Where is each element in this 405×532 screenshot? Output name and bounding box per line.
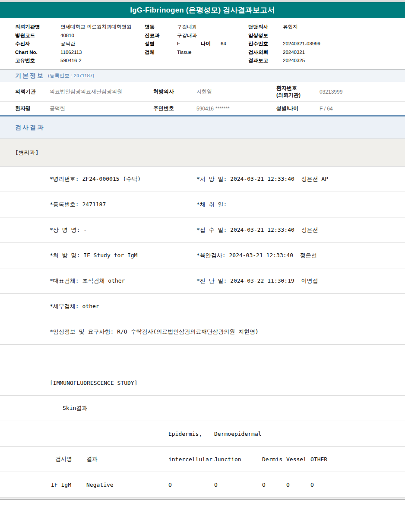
field-label: 접수번호 [248,40,283,48]
report-title-bar: IgG-Fibrinogen (은평성모) 검사결과보고서 [0,2,405,18]
info-label: 환자명 [15,105,50,112]
info-label: 주민번호 [153,105,196,112]
patient-header-middle: 병동구강내과 진료과구강내과 성별F나이64 검체Tissue [145,23,226,57]
info-value: 공덕란 [50,105,153,112]
field-value: F [177,40,201,48]
detail-left: *임상정보 및 요구사항: R/O 수탁검사(의료법인삼광의료재단삼광의원-지현… [50,328,259,336]
field-label: 검체 [145,48,177,57]
if-table-column-header: OTHER [310,456,327,463]
field-label: Chart No. [15,48,60,57]
header-row: Chart No.11062113 [15,48,131,57]
if-table-column-header: Vessel [286,456,307,463]
if-table-group-header: Epidermis, [168,431,202,437]
field-value: Tissue [177,50,191,55]
header-row: 진료과구강내과 [145,31,226,40]
basic-info-row: 의뢰기관 의료법인삼광의료재단삼광의원 처방의사 지현영 환자번호 (의뢰기관)… [0,82,405,102]
field-label: 담당의사 [248,23,283,31]
field-label: 병동 [145,23,177,31]
field-label: 결과보고 [248,57,283,65]
section-title: 기본정보 [15,72,44,80]
header-row: 임상정보 [248,31,320,40]
patient-header: 의뢰기관명연세대학교 의료원치과대학병원 병원코드40810 수진자공덕란 Ch… [0,18,405,69]
field-value: 구강내과 [177,33,197,38]
field-label: 성별 [145,40,177,48]
detail-row: *처 방 명: IF Study for IgM *육안검사: 2024-03-… [0,243,405,268]
header-row: 병동구강내과 [145,23,226,31]
field-label: 고유번호 [15,57,60,65]
detail-left: *세부검체: other [50,302,99,310]
header-row: 병원코드40810 [15,31,131,40]
field-value: 20240321-03999 [283,41,320,46]
if-table-data-row: IF IgM Negative O O O O O [0,472,405,497]
info-label: 성별/나이 [276,105,320,112]
info-value: F / 64 [320,106,405,112]
detail-row: *병리번호: ZF24-000015 (수탁) *처 방 일: 2024-03-… [0,167,405,192]
if-table-cell-result: Negative [86,482,114,488]
field-label: 의뢰기관명 [15,23,60,31]
field-value: 구강내과 [177,24,197,29]
header-row: 성별F나이64 [145,40,226,48]
if-table-group-header-row: Epidermis, Dermoepidermal [0,421,405,447]
field-label: 검사의뢰 [248,48,283,57]
detail-left: *상 병 명: - [50,226,87,234]
detail-right: *처 방 일: 2024-03-21 12:33:40 정은선 AP [196,175,328,183]
field-label: 진료과 [145,31,177,40]
registration-number: (등록번호 : 2471187) [48,72,94,79]
field-label: 병원코드 [15,31,60,40]
if-table-column-header: Dermis [262,456,282,463]
info-label: 의뢰기관 [15,88,50,95]
detail-row: *대표검체: 조직검체 other *진 단 일: 2024-03-22 11:… [0,268,405,294]
detail-left: *대표검체: 조직검체 other [50,277,125,285]
study-title: [IMMUNOFLUORESCENCE STUDY] [50,380,138,386]
field-value: 40810 [60,33,74,38]
detail-row: *임상정보 및 요구사항: R/O 수탁검사(의료법인삼광의료재단삼광의원-지현… [0,319,405,345]
detail-row: *등록번호: 2471187 *채 취 일: [0,192,405,217]
bottom-divider [0,497,405,500]
header-row: 수진자공덕란 [15,40,131,48]
if-table-column-header: Junction [214,456,241,463]
study-title-row: [IMMUNOFLUORESCENCE STUDY] [0,370,405,396]
department-label: [병리과] [15,149,39,157]
header-row: 담당의사유현지 [248,23,320,31]
if-table-cell: O [168,482,172,488]
field-label: 수진자 [15,40,60,48]
header-row: 결과보고20240325 [248,57,320,65]
skin-result-title: Skin결과 [63,404,87,412]
header-row: 검사의뢰20240321 [248,48,320,57]
info-value: 의료법인삼광의료재단삼광의원 [50,88,153,95]
info-label: 환자번호 (의뢰기관) [276,85,320,98]
detail-row-empty [0,345,405,370]
detail-left: *병리번호: ZF24-000015 (수탁) [50,175,141,183]
field-value: 유현지 [283,24,298,29]
detail-row: *상 병 명: - *접 수 일: 2024-03-21 12:33:40 정은… [0,217,405,243]
field-label: 임상정보 [248,31,283,40]
if-table-cell-test-name: IF IgM [51,482,71,488]
header-row: 고유번호590416-2 [15,57,131,65]
field-value: 11062113 [60,50,82,55]
field-label: 나이 [201,40,221,48]
header-row: 의뢰기관명연세대학교 의료원치과대학병원 [15,23,131,31]
department-band: [병리과] [0,139,405,167]
field-value: 공덕란 [60,41,76,46]
detail-right: *채 취 일: [196,201,227,208]
if-table-column-header: 결과 [86,455,98,463]
report-title: IgG-Fibrinogen (은평성모) 검사결과보고서 [130,5,275,15]
skin-result-row: Skin결과 [0,396,405,421]
header-row: 접수번호20240321-03999 [248,40,320,48]
detail-left: *처 방 명: IF Study for IgM [50,252,137,259]
field-value: 590416-2 [60,58,82,63]
detail-right: *진 단 일: 2024-03-22 11:30:19 이영섭 [196,277,318,285]
detail-left: *등록번호: 2471187 [50,201,106,208]
detail-right: *접 수 일: 2024-03-21 12:33:40 정은선 [196,226,318,234]
info-value: 03213999 [320,89,405,95]
section-basic-info-header: 기본정보 (등록번호 : 2471187) [0,69,405,82]
if-table-column-header-row: 검사명 결과 intercellular Junction Dermis Ves… [0,447,405,472]
if-table-cell: O [310,482,314,488]
info-value: 590416-******* [196,106,276,112]
basic-info-row: 환자명 공덕란 주민번호 590416-******* 성별/나이 F / 64 [0,102,405,116]
field-value: 20240321 [283,50,305,55]
field-value: 20240325 [283,58,305,63]
header-row: 검체Tissue [145,48,226,57]
section-title: 검사결과 [15,124,44,132]
if-table-group-header: Dermoepidermal [214,431,262,437]
